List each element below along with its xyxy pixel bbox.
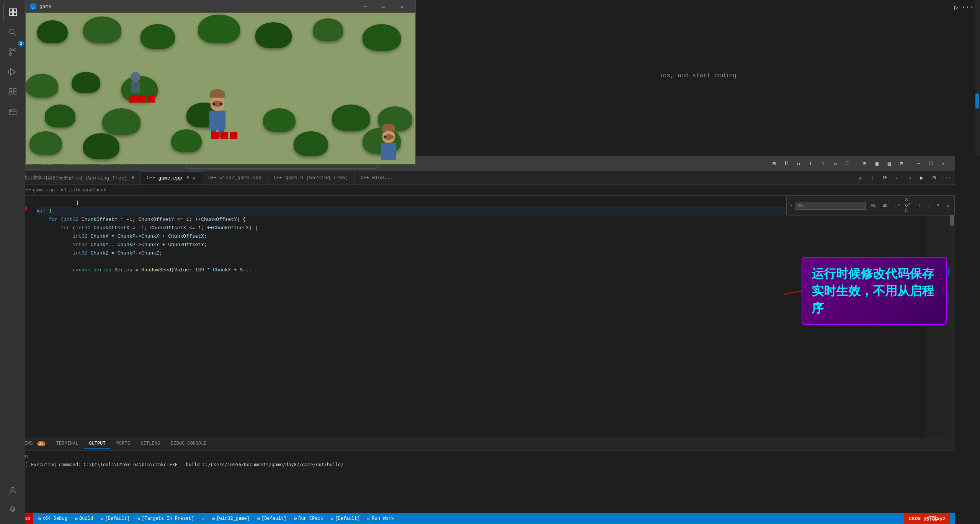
status-run-cpack[interactable]: ⚙ Run CPack	[292, 513, 325, 524]
tab-more-btn[interactable]: ···	[941, 173, 952, 183]
debug-step-over-btn[interactable]: ⬇	[805, 158, 816, 169]
tab-fwd-btn[interactable]: →	[904, 173, 915, 183]
svg-rect-1	[13, 9, 16, 12]
status-default-3[interactable]: ⚙ [Default]	[328, 513, 362, 524]
settings-icon-1: ⚙	[38, 516, 41, 522]
breadcrumb-filename[interactable]: game.cpp	[33, 188, 55, 193]
status-x64debug[interactable]: ⚙ x64 Debug	[36, 513, 70, 524]
debug-grid-btn[interactable]: ⊞	[769, 158, 779, 169]
tab-win32-game[interactable]: C++ win32_game.cpp	[202, 171, 268, 185]
find-prev-btn[interactable]: ↑	[916, 202, 923, 209]
status-run-work-label: Run Work	[372, 516, 394, 521]
debug-pause-btn[interactable]: ⏸	[781, 158, 792, 169]
svg-line-5	[14, 33, 16, 36]
tab-sync-btn[interactable]: ⟳	[880, 173, 890, 183]
svg-rect-17	[13, 88, 16, 91]
game-window: g game — □ ✕	[25, 0, 416, 165]
run-debug-icon[interactable]	[3, 63, 22, 81]
game-minimize-btn[interactable]: —	[356, 0, 374, 13]
tab-play-head-btn[interactable]: ▶	[916, 173, 927, 183]
tab-notes-badge: M	[132, 176, 134, 180]
game-close-btn[interactable]: ✕	[393, 0, 411, 13]
tab-back-btn[interactable]: ←	[892, 173, 903, 183]
status-run-cpack-label: Run CPack	[298, 516, 323, 521]
tab-debug-console[interactable]: DEBUG CONSOLE	[166, 439, 211, 449]
csdn-badge: CSDN @虾玩xyz	[904, 513, 950, 524]
status-run-btn[interactable]: ▷	[199, 513, 207, 524]
bush-2	[83, 16, 121, 43]
breadcrumb-fn-icon: ◇	[60, 187, 63, 193]
layout-panel-btn[interactable]: ▤	[884, 158, 895, 169]
tab-run-btn[interactable]: ▷	[855, 173, 866, 183]
find-chevron[interactable]: ›	[790, 203, 792, 208]
svg-rect-15	[13, 91, 16, 94]
breadcrumb-function[interactable]: FillGroundChunk	[65, 188, 106, 193]
status-default-2[interactable]: ⚙ [Default]	[255, 513, 289, 524]
source-control-badge: 2	[18, 41, 24, 47]
find-list-btn[interactable]: ≡	[935, 202, 942, 209]
tab-gitlens[interactable]: GITLENS	[136, 439, 165, 449]
status-default-1[interactable]: ⚙ [Default]	[98, 513, 132, 524]
tab-game-cpp-close[interactable]: ✕	[192, 175, 195, 181]
explorer-icon[interactable]	[3, 3, 22, 21]
tab-win3-icon: C++	[361, 175, 369, 181]
tab-game-cpp[interactable]: C++ game.cpp M ✕	[141, 171, 202, 185]
game-viewport	[26, 13, 415, 164]
tab-ports[interactable]: PORTS	[112, 439, 135, 449]
bush-18	[83, 133, 119, 159]
settings-icon-2: ⚙	[75, 516, 78, 522]
layout-split-v-btn[interactable]: ⊟	[896, 158, 907, 169]
accounts-icon[interactable]	[3, 481, 22, 500]
find-close-btn[interactable]: ✕	[944, 202, 951, 209]
debug-stop-btn[interactable]: □	[842, 158, 853, 169]
status-targets[interactable]: ⚙ [Targets In Preset]	[135, 513, 196, 524]
csdn-text: CSDN @虾玩xyz	[909, 515, 946, 522]
find-word-btn[interactable]: ab	[880, 202, 890, 209]
tab-terminal-label: TERMINAL	[56, 441, 78, 446]
status-targets-label: [Targets In Preset]	[142, 516, 194, 521]
bush-8	[26, 74, 58, 98]
more-options-top[interactable]: ···	[962, 3, 974, 11]
remote-explorer-icon[interactable]	[3, 103, 22, 121]
extensions-icon[interactable]	[3, 83, 22, 101]
bush-12	[102, 108, 140, 135]
right-character	[381, 124, 396, 160]
debug-step-out-btn[interactable]: ⬆	[818, 158, 828, 169]
settings-icon-7: ⚙	[294, 516, 297, 522]
close-editor-btn[interactable]: ✕	[938, 158, 949, 169]
activity-bar: 2	[0, 0, 25, 524]
find-count: 3 of 5	[905, 198, 913, 214]
layout-split-btn[interactable]: ⊞	[859, 158, 870, 169]
debug-restart-btn[interactable]: ↺	[793, 158, 804, 169]
status-build[interactable]: ⚙ Build	[73, 513, 95, 524]
tab-open-changes-btn[interactable]: ↕	[867, 173, 878, 183]
tab-win3[interactable]: C++ win3...	[354, 171, 399, 185]
find-case-btn[interactable]: Aa	[868, 202, 878, 209]
tab-output[interactable]: OUTPUT	[84, 439, 110, 449]
find-regex-btn[interactable]: .*	[892, 202, 903, 209]
status-run-work[interactable]: ▷ Run Work	[365, 513, 396, 524]
maximize-editor-btn[interactable]: □	[926, 158, 936, 169]
scrollbar-track	[949, 196, 955, 437]
tab-game-h-label: game.h (Working Tree)	[285, 175, 348, 181]
tab-split-btn[interactable]: ⊞	[929, 173, 939, 183]
settings-icon[interactable]	[3, 501, 22, 519]
minimize-editor-btn[interactable]: —	[913, 158, 924, 169]
find-next-btn[interactable]: ↓	[925, 202, 933, 209]
status-win32-game[interactable]: ⚙ [win32_game]	[210, 513, 252, 524]
tab-game-h[interactable]: C++ game.h (Working Tree)	[268, 171, 354, 185]
layout-editor-btn[interactable]: ▣	[872, 158, 882, 169]
status-x64debug-label: x64 Debug	[42, 516, 67, 521]
output-line-1: ➤ [proc] Executing command: C:\Qt\Tools\…	[6, 461, 949, 468]
bush-7	[363, 24, 401, 51]
line-1592: for (int32 ChunkOffsetY = -1; ChunkOffse…	[37, 215, 949, 224]
play-button-top[interactable]: ▷	[954, 3, 959, 11]
search-icon[interactable]	[3, 23, 22, 41]
find-input[interactable]	[795, 202, 866, 210]
bush-14	[263, 108, 296, 132]
tab-terminal[interactable]: TERMINAL	[52, 439, 83, 449]
welcome-content: ics, and start coding	[659, 72, 737, 84]
game-maximize-btn[interactable]: □	[375, 0, 392, 13]
debug-rerun-btn[interactable]: ↺	[830, 158, 841, 169]
svg-point-4	[10, 29, 14, 34]
